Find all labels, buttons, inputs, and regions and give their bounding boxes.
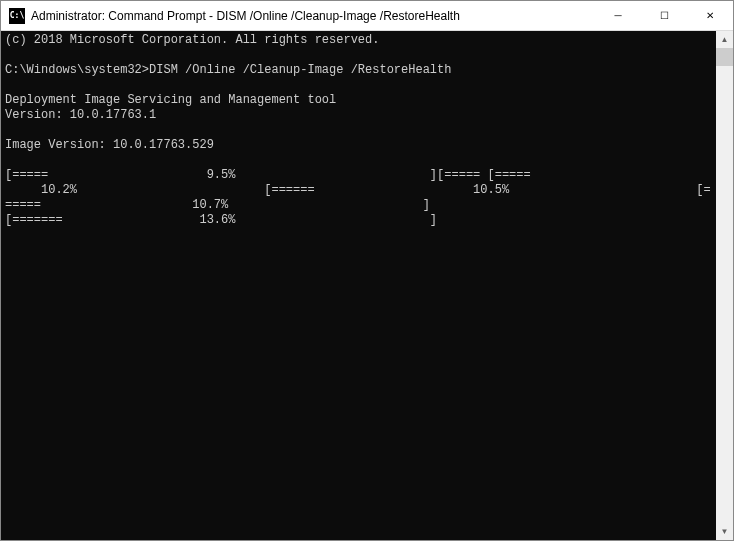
window-title: Administrator: Command Prompt - DISM /On… bbox=[31, 9, 595, 23]
vertical-scrollbar[interactable]: ▲ ▼ bbox=[716, 31, 733, 540]
minimize-button[interactable]: ─ bbox=[595, 1, 641, 30]
maximize-button[interactable]: ☐ bbox=[641, 1, 687, 30]
scroll-up-arrow[interactable]: ▲ bbox=[716, 31, 733, 48]
close-button[interactable]: ✕ bbox=[687, 1, 733, 30]
titlebar: C:\ Administrator: Command Prompt - DISM… bbox=[1, 1, 733, 31]
terminal-output[interactable]: (c) 2018 Microsoft Corporation. All righ… bbox=[1, 31, 716, 540]
window-controls: ─ ☐ ✕ bbox=[595, 1, 733, 30]
scroll-thumb[interactable] bbox=[716, 48, 733, 66]
terminal-area: (c) 2018 Microsoft Corporation. All righ… bbox=[1, 31, 733, 540]
cmd-icon: C:\ bbox=[9, 8, 25, 24]
scroll-down-arrow[interactable]: ▼ bbox=[716, 523, 733, 540]
